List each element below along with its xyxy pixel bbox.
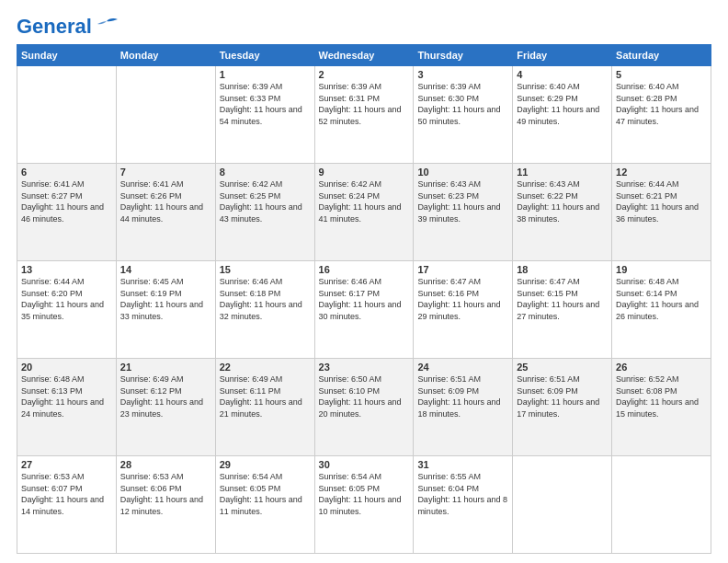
day-info: Sunrise: 6:46 AMSunset: 6:17 PMDaylight:… xyxy=(319,276,410,322)
day-info: Sunrise: 6:43 AMSunset: 6:23 PMDaylight:… xyxy=(417,178,508,224)
calendar-cell xyxy=(612,456,711,554)
calendar-cell: 18Sunrise: 6:47 AMSunset: 6:15 PMDayligh… xyxy=(513,261,612,359)
day-info: Sunrise: 6:41 AMSunset: 6:26 PMDaylight:… xyxy=(120,178,211,224)
calendar-cell: 22Sunrise: 6:49 AMSunset: 6:11 PMDayligh… xyxy=(215,359,314,456)
day-number: 10 xyxy=(417,167,508,178)
day-number: 22 xyxy=(220,362,311,373)
day-info: Sunrise: 6:47 AMSunset: 6:16 PMDaylight:… xyxy=(417,276,508,322)
day-number: 17 xyxy=(417,264,508,275)
day-number: 3 xyxy=(417,69,508,80)
calendar-cell: 13Sunrise: 6:44 AMSunset: 6:20 PMDayligh… xyxy=(17,261,117,359)
calendar-cell: 29Sunrise: 6:54 AMSunset: 6:05 PMDayligh… xyxy=(215,456,314,554)
calendar-cell: 30Sunrise: 6:54 AMSunset: 6:05 PMDayligh… xyxy=(314,456,414,554)
day-number: 20 xyxy=(21,362,112,373)
calendar-cell: 17Sunrise: 6:47 AMSunset: 6:16 PMDayligh… xyxy=(414,261,513,359)
calendar-cell: 9Sunrise: 6:42 AMSunset: 6:24 PMDaylight… xyxy=(314,164,414,261)
calendar-cell: 21Sunrise: 6:49 AMSunset: 6:12 PMDayligh… xyxy=(116,359,215,456)
calendar-cell xyxy=(116,66,215,164)
week-row-2: 6Sunrise: 6:41 AMSunset: 6:27 PMDaylight… xyxy=(17,164,711,261)
weekday-header-sunday: Sunday xyxy=(17,45,117,66)
weekday-header-monday: Monday xyxy=(116,45,215,66)
weekday-header-wednesday: Wednesday xyxy=(314,45,414,66)
calendar-cell: 6Sunrise: 6:41 AMSunset: 6:27 PMDaylight… xyxy=(17,164,117,261)
calendar-cell: 11Sunrise: 6:43 AMSunset: 6:22 PMDayligh… xyxy=(513,164,612,261)
day-info: Sunrise: 6:45 AMSunset: 6:19 PMDaylight:… xyxy=(120,276,211,322)
day-number: 6 xyxy=(21,167,112,178)
day-number: 24 xyxy=(417,362,508,373)
calendar-cell: 3Sunrise: 6:39 AMSunset: 6:30 PMDaylight… xyxy=(414,66,513,164)
weekday-header-tuesday: Tuesday xyxy=(215,45,314,66)
day-info: Sunrise: 6:39 AMSunset: 6:31 PMDaylight:… xyxy=(319,81,410,127)
week-row-3: 13Sunrise: 6:44 AMSunset: 6:20 PMDayligh… xyxy=(17,261,711,359)
day-info: Sunrise: 6:42 AMSunset: 6:24 PMDaylight:… xyxy=(319,178,410,224)
day-info: Sunrise: 6:50 AMSunset: 6:10 PMDaylight:… xyxy=(319,373,410,419)
day-number: 16 xyxy=(319,264,410,275)
day-info: Sunrise: 6:42 AMSunset: 6:25 PMDaylight:… xyxy=(220,178,311,224)
calendar-cell: 24Sunrise: 6:51 AMSunset: 6:09 PMDayligh… xyxy=(414,359,513,456)
week-row-1: 1Sunrise: 6:39 AMSunset: 6:33 PMDaylight… xyxy=(17,66,711,164)
day-number: 2 xyxy=(319,69,410,80)
day-info: Sunrise: 6:39 AMSunset: 6:33 PMDaylight:… xyxy=(220,81,311,127)
calendar-cell: 25Sunrise: 6:51 AMSunset: 6:09 PMDayligh… xyxy=(513,359,612,456)
day-info: Sunrise: 6:44 AMSunset: 6:20 PMDaylight:… xyxy=(21,276,112,322)
page: General SundayMondayTuesdayWednesdayThur… xyxy=(0,0,728,563)
day-info: Sunrise: 6:51 AMSunset: 6:09 PMDaylight:… xyxy=(417,373,508,419)
logo-text: General xyxy=(17,17,92,37)
calendar-cell: 27Sunrise: 6:53 AMSunset: 6:07 PMDayligh… xyxy=(17,456,117,554)
day-number: 7 xyxy=(120,167,211,178)
day-number: 26 xyxy=(616,362,707,373)
day-info: Sunrise: 6:49 AMSunset: 6:11 PMDaylight:… xyxy=(220,373,311,419)
day-number: 21 xyxy=(120,362,211,373)
day-info: Sunrise: 6:49 AMSunset: 6:12 PMDaylight:… xyxy=(120,373,211,419)
day-number: 5 xyxy=(616,69,707,80)
day-number: 8 xyxy=(220,167,311,178)
day-number: 30 xyxy=(319,459,410,470)
day-number: 15 xyxy=(220,264,311,275)
calendar-cell: 23Sunrise: 6:50 AMSunset: 6:10 PMDayligh… xyxy=(314,359,414,456)
day-info: Sunrise: 6:47 AMSunset: 6:15 PMDaylight:… xyxy=(517,276,608,322)
day-info: Sunrise: 6:52 AMSunset: 6:08 PMDaylight:… xyxy=(616,373,707,419)
day-number: 11 xyxy=(517,167,608,178)
day-number: 4 xyxy=(517,69,608,80)
calendar-cell: 15Sunrise: 6:46 AMSunset: 6:18 PMDayligh… xyxy=(215,261,314,359)
logo-bird-icon xyxy=(94,17,119,36)
calendar-cell: 16Sunrise: 6:46 AMSunset: 6:17 PMDayligh… xyxy=(314,261,414,359)
day-info: Sunrise: 6:54 AMSunset: 6:05 PMDaylight:… xyxy=(220,471,311,517)
day-info: Sunrise: 6:40 AMSunset: 6:29 PMDaylight:… xyxy=(517,81,608,127)
day-number: 25 xyxy=(517,362,608,373)
calendar-cell: 28Sunrise: 6:53 AMSunset: 6:06 PMDayligh… xyxy=(116,456,215,554)
weekday-header-row: SundayMondayTuesdayWednesdayThursdayFrid… xyxy=(17,45,711,66)
day-info: Sunrise: 6:53 AMSunset: 6:06 PMDaylight:… xyxy=(120,471,211,517)
day-number: 28 xyxy=(120,459,211,470)
calendar-cell: 14Sunrise: 6:45 AMSunset: 6:19 PMDayligh… xyxy=(116,261,215,359)
calendar-cell: 31Sunrise: 6:55 AMSunset: 6:04 PMDayligh… xyxy=(414,456,513,554)
day-number: 1 xyxy=(220,69,311,80)
day-number: 18 xyxy=(517,264,608,275)
day-info: Sunrise: 6:48 AMSunset: 6:13 PMDaylight:… xyxy=(21,373,112,419)
day-info: Sunrise: 6:46 AMSunset: 6:18 PMDaylight:… xyxy=(220,276,311,322)
calendar-cell: 12Sunrise: 6:44 AMSunset: 6:21 PMDayligh… xyxy=(612,164,711,261)
week-row-5: 27Sunrise: 6:53 AMSunset: 6:07 PMDayligh… xyxy=(17,456,711,554)
calendar-cell xyxy=(17,66,117,164)
day-number: 12 xyxy=(616,167,707,178)
day-number: 9 xyxy=(319,167,410,178)
calendar-cell: 10Sunrise: 6:43 AMSunset: 6:23 PMDayligh… xyxy=(414,164,513,261)
day-info: Sunrise: 6:54 AMSunset: 6:05 PMDaylight:… xyxy=(319,471,410,517)
header: General xyxy=(17,17,711,35)
weekday-header-thursday: Thursday xyxy=(414,45,513,66)
day-info: Sunrise: 6:53 AMSunset: 6:07 PMDaylight:… xyxy=(21,471,112,517)
day-number: 19 xyxy=(616,264,707,275)
calendar-table: SundayMondayTuesdayWednesdayThursdayFrid… xyxy=(17,44,711,554)
day-info: Sunrise: 6:40 AMSunset: 6:28 PMDaylight:… xyxy=(616,81,707,127)
calendar-cell: 20Sunrise: 6:48 AMSunset: 6:13 PMDayligh… xyxy=(17,359,117,456)
calendar-cell: 5Sunrise: 6:40 AMSunset: 6:28 PMDaylight… xyxy=(612,66,711,164)
calendar-cell: 7Sunrise: 6:41 AMSunset: 6:26 PMDaylight… xyxy=(116,164,215,261)
day-info: Sunrise: 6:39 AMSunset: 6:30 PMDaylight:… xyxy=(417,81,508,127)
calendar-cell: 2Sunrise: 6:39 AMSunset: 6:31 PMDaylight… xyxy=(314,66,414,164)
day-number: 14 xyxy=(120,264,211,275)
day-number: 29 xyxy=(220,459,311,470)
day-number: 23 xyxy=(319,362,410,373)
calendar-cell: 1Sunrise: 6:39 AMSunset: 6:33 PMDaylight… xyxy=(215,66,314,164)
day-number: 31 xyxy=(417,459,508,470)
logo: General xyxy=(17,17,119,35)
